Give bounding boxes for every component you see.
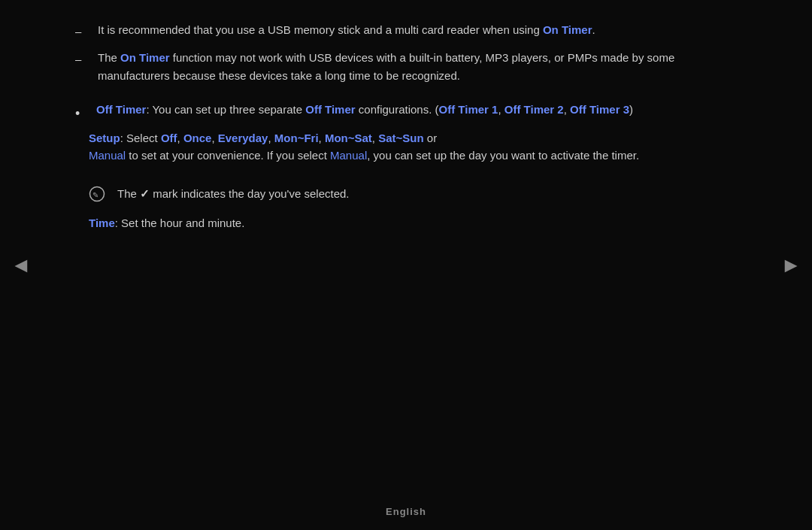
bullet-hl2: Off Timer bbox=[305, 103, 355, 116]
setup-or: or bbox=[424, 132, 438, 144]
bullet-dot: • bbox=[75, 104, 90, 125]
bullet-hl5: Off Timer 3 bbox=[570, 103, 629, 116]
bullet-hl3: Off Timer 1 bbox=[439, 103, 498, 116]
dash2-middle: function may not work with USB devices w… bbox=[98, 51, 674, 81]
dash1-highlight: On Timer bbox=[543, 23, 592, 36]
setup-line1: Setup: Select Off, Once, Everyday, Mon~F… bbox=[89, 129, 744, 147]
setup-line2-mid: to set at your convenience. If you selec… bbox=[126, 149, 330, 162]
setup-monsat: Mon~Sat bbox=[325, 132, 372, 144]
setup-c3: , bbox=[268, 132, 274, 144]
note-prefix: The bbox=[117, 187, 140, 200]
bullet-close: ) bbox=[629, 103, 633, 116]
time-text: : Set the hour and minute. bbox=[115, 217, 245, 229]
note-row: ✎ The ✓ mark indicates the day you've se… bbox=[68, 185, 744, 208]
dash2-prefix: The bbox=[98, 51, 120, 64]
bullet-colon: : You can set up three separate bbox=[146, 103, 305, 116]
dash-item-2: – The On Timer function may not work wit… bbox=[68, 49, 744, 84]
bullet-middle: configurations. ( bbox=[356, 103, 439, 116]
setup-manual2: Manual bbox=[330, 149, 367, 162]
bullet-text: Off Timer: You can set up three separate… bbox=[96, 101, 744, 118]
dash-item-1: – It is recommended that you use a USB m… bbox=[68, 21, 744, 40]
setup-line2-suffix: , you can set up the day you want to act… bbox=[367, 149, 639, 162]
dash-icon-2: – bbox=[75, 50, 89, 68]
dash-icon-1: – bbox=[75, 23, 89, 40]
note-checkmark: ✓ bbox=[140, 187, 150, 200]
note-suffix: mark indicates the day you've selected. bbox=[150, 187, 350, 200]
setup-c4: , bbox=[319, 132, 325, 144]
setup-line2: Manual to set at your convenience. If yo… bbox=[89, 147, 744, 164]
setup-off: Off bbox=[161, 132, 177, 144]
bullet-item: • Off Timer: You can set up three separa… bbox=[68, 101, 744, 125]
bullet-off-timer-label: Off Timer bbox=[96, 103, 146, 116]
setup-lines: Setup: Select Off, Once, Everyday, Mon~F… bbox=[68, 129, 744, 165]
dash1-suffix: . bbox=[592, 23, 595, 36]
setup-monfri: Mon~Fri bbox=[274, 132, 319, 144]
bullet-comma1: , bbox=[498, 103, 504, 116]
bullet-comma2: , bbox=[564, 103, 570, 116]
dash2-highlight: On Timer bbox=[120, 51, 170, 64]
time-label: Time bbox=[89, 217, 115, 229]
bullet-hl4: Off Timer 2 bbox=[504, 103, 564, 116]
dash1-prefix: It is recommended that you use a USB mem… bbox=[98, 23, 543, 36]
svg-text:✎: ✎ bbox=[92, 191, 98, 199]
footer-language: English bbox=[386, 504, 426, 519]
setup-once: Once bbox=[183, 132, 212, 144]
setup-c2: , bbox=[211, 132, 217, 144]
setup-c1: , bbox=[177, 132, 183, 144]
setup-satsun: Sat~Sun bbox=[378, 132, 423, 144]
bullet-section: • Off Timer: You can set up three separa… bbox=[68, 101, 744, 164]
setup-manual1: Manual bbox=[89, 149, 126, 162]
dash-text-1: It is recommended that you use a USB mem… bbox=[98, 21, 744, 38]
setup-colon: : Select bbox=[120, 132, 161, 144]
dash-text-2: The On Timer function may not work with … bbox=[98, 49, 744, 84]
main-content: – It is recommended that you use a USB m… bbox=[0, 0, 812, 530]
setup-everyday: Everyday bbox=[218, 132, 268, 144]
note-icon: ✎ bbox=[89, 186, 110, 208]
setup-c5: , bbox=[372, 132, 378, 144]
time-line: Time: Set the hour and minute. bbox=[68, 214, 744, 232]
note-text: The ✓ mark indicates the day you've sele… bbox=[117, 185, 744, 202]
setup-label: Setup bbox=[89, 132, 120, 144]
